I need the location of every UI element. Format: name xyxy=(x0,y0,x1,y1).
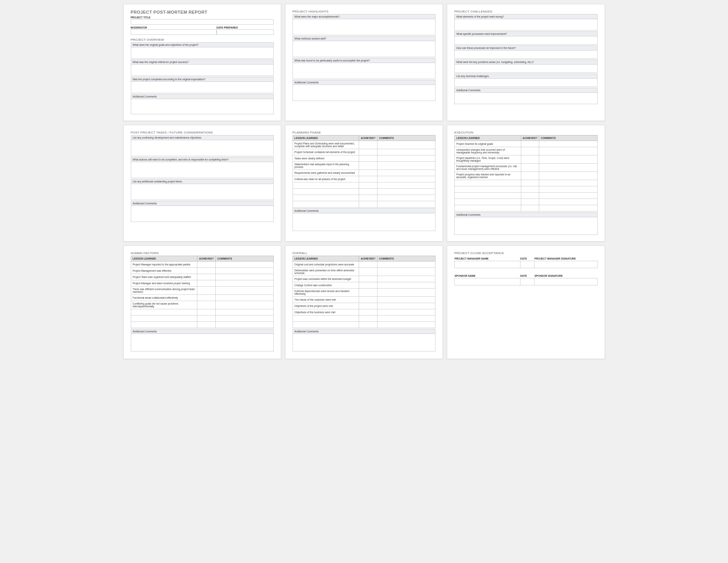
achieved-cell[interactable] xyxy=(359,276,378,282)
comments-cell[interactable] xyxy=(377,189,435,195)
achieved-cell[interactable] xyxy=(359,189,378,195)
achieved-cell[interactable] xyxy=(197,309,216,316)
achieved-cell[interactable] xyxy=(359,182,378,189)
comments-cell[interactable] xyxy=(377,262,435,268)
comments-cell[interactable] xyxy=(215,268,273,274)
achieved-cell[interactable] xyxy=(521,141,539,147)
comments-cell[interactable] xyxy=(539,155,597,164)
comments-cell[interactable] xyxy=(377,141,435,149)
achieved-cell[interactable] xyxy=(521,205,539,211)
highlights-a3[interactable] xyxy=(293,63,435,79)
comments-cell[interactable] xyxy=(377,303,435,309)
comments-cell[interactable] xyxy=(377,195,435,201)
challenges-a2[interactable] xyxy=(454,36,597,45)
overview-a1[interactable] xyxy=(131,47,274,59)
comments-cell[interactable] xyxy=(539,193,597,199)
challenges-a5[interactable] xyxy=(454,78,597,87)
input-pm-name[interactable] xyxy=(455,261,520,268)
comments-cell[interactable] xyxy=(539,141,597,147)
comments-cell[interactable] xyxy=(539,172,597,180)
overall-comments[interactable] xyxy=(293,334,435,352)
comments-cell[interactable] xyxy=(215,295,273,301)
achieved-cell[interactable] xyxy=(359,141,378,149)
comments-cell[interactable] xyxy=(377,268,435,276)
input-date-prepared[interactable] xyxy=(217,29,274,35)
achieved-cell[interactable] xyxy=(521,199,539,205)
comments-cell[interactable] xyxy=(539,147,597,155)
postproject-a3[interactable] xyxy=(131,184,274,200)
challenges-a3[interactable] xyxy=(454,50,597,59)
comments-cell[interactable] xyxy=(377,309,435,316)
comments-cell[interactable] xyxy=(377,170,435,176)
achieved-cell[interactable] xyxy=(359,303,378,309)
input-sp-date[interactable] xyxy=(520,278,534,285)
postproject-comments[interactable] xyxy=(131,206,274,222)
highlights-a1[interactable] xyxy=(293,19,435,35)
achieved-cell[interactable] xyxy=(359,316,378,322)
achieved-cell[interactable] xyxy=(359,162,378,170)
comments-cell[interactable] xyxy=(377,276,435,282)
comments-cell[interactable] xyxy=(215,309,273,316)
comments-cell[interactable] xyxy=(215,280,273,287)
achieved-cell[interactable] xyxy=(521,147,539,155)
achieved-cell[interactable] xyxy=(359,155,378,162)
achieved-cell[interactable] xyxy=(197,280,216,287)
achieved-cell[interactable] xyxy=(197,322,216,328)
comments-cell[interactable] xyxy=(377,149,435,155)
achieved-cell[interactable] xyxy=(521,164,539,172)
overview-a3[interactable] xyxy=(131,81,274,93)
achieved-cell[interactable] xyxy=(359,282,378,289)
comments-cell[interactable] xyxy=(539,164,597,172)
comments-cell[interactable] xyxy=(215,274,273,280)
achieved-cell[interactable] xyxy=(359,309,378,316)
achieved-cell[interactable] xyxy=(521,172,539,180)
comments-cell[interactable] xyxy=(215,316,273,322)
achieved-cell[interactable] xyxy=(197,287,216,295)
challenges-a1[interactable] xyxy=(454,19,597,31)
comments-cell[interactable] xyxy=(539,205,597,211)
achieved-cell[interactable] xyxy=(197,268,216,274)
comments-cell[interactable] xyxy=(377,182,435,189)
input-sp-sig[interactable] xyxy=(535,278,597,285)
input-project-title[interactable] xyxy=(131,19,274,25)
comments-cell[interactable] xyxy=(215,262,273,268)
comments-cell[interactable] xyxy=(377,201,435,208)
overview-comments[interactable] xyxy=(131,99,274,114)
comments-cell[interactable] xyxy=(215,287,273,295)
highlights-a2[interactable] xyxy=(293,41,435,57)
challenges-comments[interactable] xyxy=(454,92,597,104)
comments-cell[interactable] xyxy=(377,162,435,170)
achieved-cell[interactable] xyxy=(521,155,539,164)
comments-cell[interactable] xyxy=(377,289,435,297)
achieved-cell[interactable] xyxy=(359,201,378,208)
achieved-cell[interactable] xyxy=(197,274,216,280)
postproject-a1[interactable] xyxy=(131,140,274,156)
comments-cell[interactable] xyxy=(539,199,597,205)
comments-cell[interactable] xyxy=(377,176,435,182)
achieved-cell[interactable] xyxy=(359,268,378,276)
input-sp-name[interactable] xyxy=(455,278,520,285)
achieved-cell[interactable] xyxy=(359,176,378,182)
achieved-cell[interactable] xyxy=(359,195,378,201)
achieved-cell[interactable] xyxy=(359,289,378,297)
overview-a2[interactable] xyxy=(131,64,274,76)
highlights-comments[interactable] xyxy=(293,85,435,101)
achieved-cell[interactable] xyxy=(359,149,378,155)
human-comments[interactable] xyxy=(131,334,274,352)
comments-cell[interactable] xyxy=(377,282,435,289)
challenges-a4[interactable] xyxy=(454,64,597,73)
comments-cell[interactable] xyxy=(539,180,597,186)
comments-cell[interactable] xyxy=(215,301,273,309)
achieved-cell[interactable] xyxy=(521,193,539,199)
achieved-cell[interactable] xyxy=(521,180,539,186)
execution-comments[interactable] xyxy=(454,217,597,235)
achieved-cell[interactable] xyxy=(359,170,378,176)
comments-cell[interactable] xyxy=(377,316,435,322)
comments-cell[interactable] xyxy=(377,297,435,303)
achieved-cell[interactable] xyxy=(197,295,216,301)
postproject-a2[interactable] xyxy=(131,162,274,178)
achieved-cell[interactable] xyxy=(197,301,216,309)
achieved-cell[interactable] xyxy=(359,322,378,328)
comments-cell[interactable] xyxy=(377,322,435,328)
planning-comments[interactable] xyxy=(293,213,435,231)
